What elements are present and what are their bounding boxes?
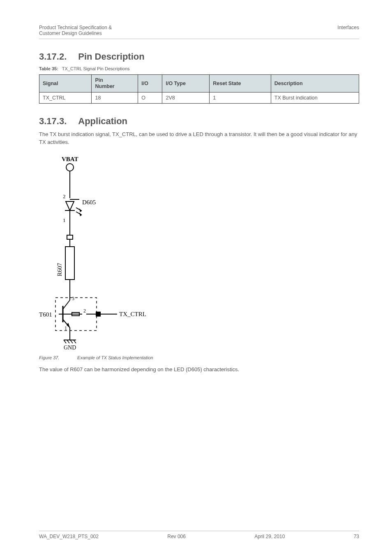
- wire: [63, 300, 70, 309]
- footer-page: 73: [354, 534, 359, 539]
- section-title-text: Application: [78, 116, 127, 126]
- header-left: Product Technical Specification & Custom…: [39, 25, 112, 36]
- th-signal-text: Signal: [43, 81, 58, 86]
- vbat-node-icon: [66, 164, 74, 171]
- figure37: VBAT 2 D605 1: [39, 153, 359, 352]
- td-signal: TX_CTRL: [39, 92, 92, 104]
- th-reset-state: Reset State: [210, 75, 271, 92]
- header-left-line2: Customer Design Guidelines: [39, 30, 112, 36]
- figure37-schematic: VBAT 2 D605 1: [39, 153, 162, 350]
- th-description: Description: [271, 75, 359, 92]
- th-io: I/O: [138, 75, 162, 92]
- th-signal: Signal: [39, 75, 92, 92]
- page-header: Product Technical Specification & Custom…: [39, 25, 359, 36]
- emitter-arrow-icon: [67, 323, 70, 328]
- footer-date: April 29, 2010: [254, 534, 285, 539]
- label-node-2-mid: 2: [83, 308, 86, 314]
- th-description-text: Description: [274, 81, 303, 86]
- label-r607: R607: [56, 263, 63, 276]
- page-footer: WA_DEV_W218_PTS_002 Rev 006 April 29, 20…: [39, 531, 359, 539]
- td-reset-state: 1: [210, 92, 271, 104]
- resistor-r607: [65, 247, 74, 280]
- label-d605: D605: [82, 199, 96, 206]
- post-figure-paragraph: The value of R607 can be harmonized depe…: [39, 366, 359, 374]
- label-node-1: 1: [63, 217, 66, 223]
- gnd-hatch: [74, 340, 76, 343]
- th-io-type-text: I/O Type: [166, 81, 185, 86]
- resistor-top-box: [67, 235, 73, 239]
- label-t601: T601: [39, 311, 52, 318]
- application-paragraph: The TX burst indication signal, TX_CTRL,…: [39, 131, 359, 146]
- footer-rev: Rev 006: [167, 534, 186, 539]
- section-number: 3.17.3.: [39, 116, 67, 127]
- header-right: Interfaces: [337, 25, 359, 36]
- tx-ctrl-pin: [96, 312, 101, 317]
- footer-rule: [39, 531, 359, 531]
- td-io-type: 2V8: [162, 92, 210, 104]
- header-rule: [39, 39, 359, 39]
- th-pin-number: Pin Number: [92, 75, 138, 92]
- th-pin-number-l2: Number: [95, 83, 134, 90]
- label-node-2: 2: [63, 193, 66, 199]
- th-io-text: I/O: [141, 81, 148, 86]
- table35-caption: Table 35: TX_CTRL Signal Pin Description…: [39, 66, 359, 71]
- table-row: TX_CTRL 18 O 2V8 1 TX Burst indication: [39, 92, 359, 104]
- section-application-heading: 3.17.3.Application: [39, 116, 359, 127]
- figure37-caption-label: Figure 37.: [39, 355, 76, 360]
- led-icon: [66, 201, 74, 210]
- label-vbat: VBAT: [62, 156, 78, 162]
- gnd-hatch: [64, 340, 66, 343]
- label-tx-ctrl: TX_CTRL: [119, 311, 146, 317]
- table35-caption-label: Table 35:: [39, 66, 58, 71]
- label-node-1-bot: 1: [65, 325, 67, 331]
- table35: Signal Pin Number I/O I/O Type Reset Sta…: [39, 74, 359, 104]
- figure37-caption: Figure 37. Example of TX Status Implemen…: [39, 355, 359, 360]
- table35-caption-text: TX_CTRL Signal Pin Descriptions: [62, 66, 130, 71]
- gnd-hatch: [70, 340, 73, 343]
- th-pin-number-l1: Pin: [95, 77, 134, 83]
- td-description: TX Burst indication: [271, 92, 359, 104]
- label-node-3: 3: [72, 296, 74, 301]
- gnd-hatch: [67, 340, 69, 343]
- td-pin-number: 18: [92, 92, 138, 104]
- th-io-type: I/O Type: [162, 75, 210, 92]
- label-gnd: GND: [64, 345, 76, 350]
- table35-header-row: Signal Pin Number I/O I/O Type Reset Sta…: [39, 75, 359, 92]
- th-reset-state-text: Reset State: [213, 81, 241, 86]
- footer-doc-id: WA_DEV_W218_PTS_002: [39, 534, 99, 539]
- header-left-line1: Product Technical Specification &: [39, 25, 112, 30]
- td-io: O: [138, 92, 162, 104]
- figure37-caption-text: Example of TX Status Implementation: [77, 355, 153, 360]
- section-title-text: Pin Description: [78, 51, 144, 62]
- section-number: 3.17.2.: [39, 51, 67, 62]
- section-pin-description-heading: 3.17.2.Pin Description: [39, 51, 359, 62]
